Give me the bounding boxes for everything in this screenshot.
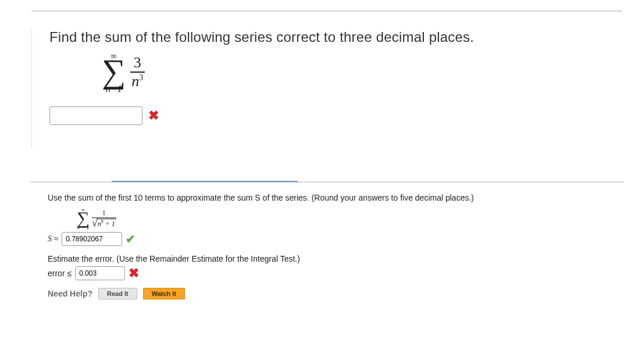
fraction: 3 n3 <box>128 54 147 90</box>
radicand: n8 + 1 <box>97 219 116 229</box>
q1-answer-input[interactable] <box>49 106 142 125</box>
q1-prompt: Find the sum of the following series cor… <box>49 29 609 45</box>
question-2: Use the sum of the first 10 terms to app… <box>48 193 616 299</box>
denominator-exponent: 3 <box>139 73 143 82</box>
s-approx-row: S ≈ ✔ <box>48 232 616 246</box>
estimate-error-prompt: Estimate the error. (Use the Remainder E… <box>48 254 616 263</box>
square-root: √ n8 + 1 <box>92 219 116 229</box>
error-label: error ≤ <box>48 269 72 278</box>
fraction-2: 1 √ n8 + 1 <box>92 209 116 229</box>
q2-prompt: Use the sum of the first 10 terms to app… <box>48 193 616 202</box>
correct-icon: ✔ <box>126 232 135 246</box>
sigma-symbol-2: ∞ ∑ n = 1 <box>77 206 90 231</box>
question-1: Find the sum of the following series cor… <box>31 29 609 148</box>
top-divider <box>31 10 622 12</box>
fraction-numerator: 3 <box>130 54 145 73</box>
q2-formula: ∞ ∑ n = 1 1 √ n8 + 1 <box>77 206 616 231</box>
page-root: Find the sum of the following series cor… <box>0 0 628 364</box>
section-divider <box>30 181 623 183</box>
radicand-rest: + 1 <box>104 220 115 228</box>
sigma-upper-bound: ∞ <box>110 51 117 60</box>
wrong-icon-2: ✖ <box>129 266 139 281</box>
error-value-input[interactable] <box>75 266 125 280</box>
fraction-denominator: n3 <box>128 73 147 90</box>
bottom-fade <box>0 300 628 364</box>
help-row: Need Help? Read It Watch It <box>48 288 616 299</box>
sigma-glyph: ∑ <box>102 58 126 85</box>
s-value-input[interactable] <box>62 232 122 246</box>
divider-blue <box>112 181 298 182</box>
s-label: S ≈ <box>48 234 58 244</box>
error-row: error ≤ ✖ <box>48 266 616 281</box>
fraction2-denominator: √ n8 + 1 <box>92 218 116 229</box>
wrong-icon: ✖ <box>148 108 159 123</box>
sigma-lower-bound: n=1 <box>105 83 122 94</box>
q1-formula: ∞ ∑ n=1 3 n3 <box>102 49 609 95</box>
denominator-base: n <box>131 73 139 90</box>
need-help-label: Need Help? <box>48 289 92 298</box>
q1-answer-row: ✖ <box>49 106 609 125</box>
sigma2-upper: ∞ <box>77 208 90 213</box>
sigma2-glyph: ∑ <box>77 211 90 225</box>
sigma2-lower: n = 1 <box>77 224 90 230</box>
watch-it-button[interactable]: Watch It <box>143 288 185 299</box>
sigma-symbol: ∞ ∑ n=1 <box>102 49 126 95</box>
read-it-button[interactable]: Read It <box>98 288 137 299</box>
